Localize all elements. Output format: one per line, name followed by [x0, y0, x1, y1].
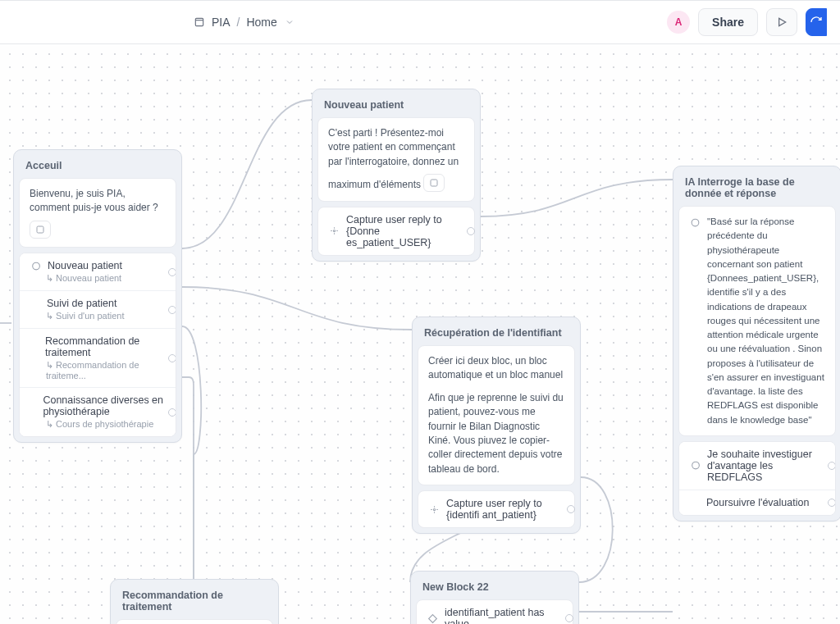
chip-icon — [30, 221, 51, 239]
chat-icon — [30, 260, 41, 271]
greeting-card: Bienvenu, je suis PIA, comment puis-je v… — [19, 178, 176, 248]
port[interactable] — [168, 408, 176, 417]
svg-rect-1 — [37, 226, 43, 233]
node-accueil[interactable]: Acceuil Bienvenu, je suis PIA, comment p… — [13, 149, 182, 443]
node-new-block-22[interactable]: New Block 22 identifiant_patient has val… — [410, 571, 579, 624]
node-recuperation[interactable]: Récupération de l'identifiant Créer ici … — [412, 317, 581, 534]
node-title: IA Interroge la base de donnée et répons… — [678, 171, 836, 206]
diamond-icon — [427, 613, 438, 624]
body-card: C'est parti ! Présentez-moi votre patien… — [317, 117, 475, 202]
breadcrumb-page: Home — [246, 16, 276, 29]
port[interactable] — [168, 268, 176, 276]
target-icon — [428, 503, 440, 515]
svg-rect-0 — [195, 18, 203, 25]
breadcrumb[interactable]: PIA / Home — [194, 16, 295, 29]
avatar[interactable]: A — [667, 11, 690, 34]
choice-connaissance[interactable]: Connaissance diverses en physiothérapie … — [20, 388, 176, 436]
option-investiguer[interactable]: Je souhaite investiguer d'avantage les R… — [679, 442, 835, 490]
node-title: Nouveau patient — [317, 94, 475, 117]
node-title: Acceuil — [19, 155, 176, 178]
port[interactable] — [168, 306, 176, 314]
chat-icon — [689, 460, 701, 471]
option-poursuivre[interactable]: Poursuivre l'évaluation — [679, 490, 835, 515]
capture-row[interactable]: Capture user reply to {identifi ant_pati… — [418, 490, 575, 528]
port[interactable] — [565, 614, 573, 622]
greeting-text: Bienvenu, je suis PIA, comment puis-je v… — [30, 188, 158, 213]
breadcrumb-sep: / — [237, 16, 240, 29]
node-title: Recommandation de traitement — [116, 585, 273, 619]
topbar: PIA / Home A Share — [0, 0, 840, 44]
target-icon — [328, 225, 340, 237]
node-title: Récupération de l'identifiant — [418, 322, 575, 345]
svg-point-4 — [433, 508, 435, 510]
port[interactable] — [467, 227, 475, 235]
quote-card: "Basé sur la réponse précédente du physi… — [678, 206, 836, 436]
options-list: Je souhaite investiguer d'avantage les R… — [678, 441, 836, 516]
port[interactable] — [828, 462, 836, 470]
choice-list: Nouveau patient Nouveau patient Suivi de… — [19, 253, 176, 437]
chip-icon — [423, 174, 445, 192]
port[interactable] — [168, 354, 176, 362]
condition-row[interactable]: identifiant_patient has value — [416, 599, 573, 624]
breadcrumb-app: PIA — [212, 16, 231, 29]
node-title: New Block 22 — [416, 576, 573, 599]
node-ia-interroge[interactable]: IA Interroge la base de donnée et répons… — [673, 166, 840, 522]
refresh-button[interactable] — [806, 8, 827, 36]
canvas[interactable]: Acceuil Bienvenu, je suis PIA, comment p… — [0, 44, 840, 624]
share-button[interactable]: Share — [698, 8, 758, 36]
choice-recommandation[interactable]: Recommandation de traitement Recommandat… — [20, 329, 176, 388]
play-button[interactable] — [766, 8, 797, 36]
svg-rect-2 — [431, 180, 437, 186]
book-icon — [194, 16, 205, 28]
sparkle-icon — [689, 216, 701, 228]
svg-point-5 — [692, 219, 699, 226]
svg-point-3 — [333, 230, 335, 231]
port[interactable] — [567, 505, 575, 513]
body-card: Bien sûr, que désirez vous savoir ? — [116, 619, 273, 624]
choice-suivi-patient[interactable]: Suivi de patient Suivi d'un patient — [20, 291, 176, 329]
node-recommandation[interactable]: Recommandation de traitement Bien sûr, q… — [110, 579, 279, 624]
port[interactable] — [828, 499, 836, 507]
chevron-down-icon — [284, 16, 295, 28]
choice-nouveau-patient[interactable]: Nouveau patient Nouveau patient — [20, 253, 176, 291]
body-card: Créer ici deux bloc, un bloc automatique… — [418, 345, 575, 485]
node-nouveau-patient[interactable]: Nouveau patient C'est parti ! Présentez-… — [312, 89, 481, 262]
capture-row[interactable]: Capture user reply to {Donne es_patient_… — [317, 207, 475, 256]
